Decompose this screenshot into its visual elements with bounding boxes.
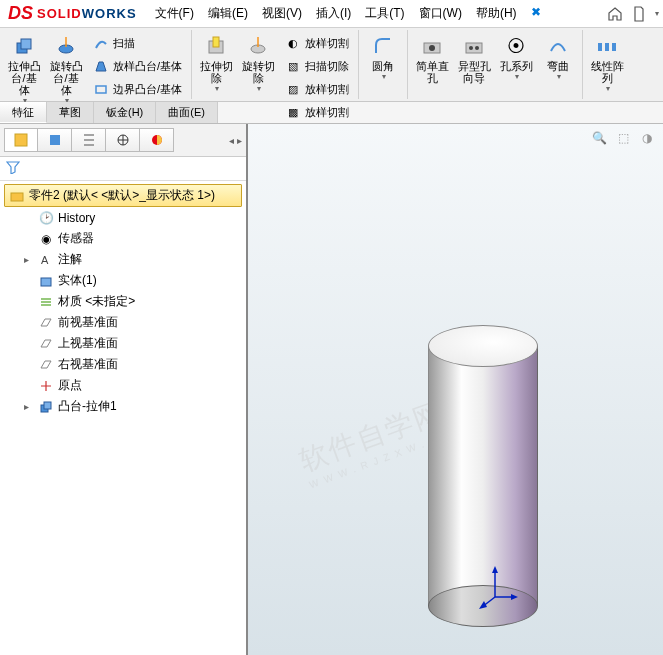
ribbon-cut-small-col: ◐放样切割 ▧扫描切除 ▨放样切割 ▩放样切割: [280, 32, 354, 123]
tree-right-plane[interactable]: 右视基准面: [0, 354, 246, 375]
loft-cut2-button[interactable]: ▨放样切割: [280, 78, 354, 100]
svg-rect-5: [213, 37, 219, 47]
tree-front-plane[interactable]: 前视基准面: [0, 312, 246, 333]
pm-tab-arrows[interactable]: ◂ ▸: [229, 128, 242, 152]
zoom-fit-icon[interactable]: 🔍: [589, 128, 609, 148]
tab-features[interactable]: 特征: [0, 102, 47, 123]
ribbon: 拉伸凸台/基体▾ 旋转凸台/基体▾ 扫描 放样凸台/基体 边界凸台/基体 拉伸切…: [0, 28, 663, 102]
annotation-icon: A: [38, 252, 54, 268]
tab-sheetmetal[interactable]: 钣金(H): [94, 102, 156, 123]
linear-pattern-button[interactable]: 线性阵列▾: [587, 32, 627, 95]
ribbon-group-pattern: 线性阵列▾: [583, 30, 631, 99]
menu-insert[interactable]: 插入(I): [310, 1, 357, 26]
sweep-cut-button[interactable]: ◐放样切割: [280, 32, 354, 54]
plane-icon: [38, 336, 54, 352]
revolve-boss-button[interactable]: 旋转凸台/基体▾: [46, 32, 86, 107]
tree-filter[interactable]: [0, 157, 246, 181]
menu-bar: 文件(F) 编辑(E) 视图(V) 插入(I) 工具(T) 窗口(W) 帮助(H…: [149, 1, 547, 26]
sweep-button[interactable]: 扫描: [88, 32, 187, 54]
hole-series-icon: ⦿: [504, 34, 528, 58]
menu-pin-icon[interactable]: ✖: [525, 1, 547, 26]
material-icon: [38, 294, 54, 310]
ribbon-group-cut: 拉伸切除▾ 旋转切除▾ ◐放样切割 ▧扫描切除 ▨放样切割 ▩放样切割: [192, 30, 359, 99]
tree-annotations[interactable]: ▸A注解: [0, 249, 246, 270]
svg-rect-15: [15, 134, 27, 146]
history-icon: 🕑: [38, 210, 54, 226]
pm-tab-dimxpert[interactable]: [106, 128, 140, 152]
tree-origin[interactable]: 原点: [0, 375, 246, 396]
tree-sensors[interactable]: ◉传感器: [0, 228, 246, 249]
extrude-boss-button[interactable]: 拉伸凸台/基体▾: [4, 32, 44, 107]
svg-rect-13: [605, 43, 609, 51]
svg-point-10: [469, 46, 473, 50]
svg-rect-1: [21, 39, 31, 49]
pm-tab-feature-tree[interactable]: [4, 128, 38, 152]
loft-cut3-button[interactable]: ▩放样切割: [280, 101, 354, 123]
svg-rect-20: [11, 193, 23, 201]
menu-edit[interactable]: 编辑(E): [202, 1, 254, 26]
simple-hole-button[interactable]: 简单直孔: [412, 32, 452, 86]
menu-help[interactable]: 帮助(H): [470, 1, 523, 26]
home-icon[interactable]: [606, 5, 624, 23]
hole-series-button[interactable]: ⦿ 孔系列▾: [496, 32, 536, 83]
simple-hole-icon: [420, 34, 444, 58]
hole-wizard-button[interactable]: 异型孔向导: [454, 32, 494, 86]
menu-view[interactable]: 视图(V): [256, 1, 308, 26]
loft-icon: [93, 58, 109, 74]
plane-icon: [38, 357, 54, 373]
loft-cut2-icon: ▨: [285, 81, 301, 97]
pm-tab-config[interactable]: [72, 128, 106, 152]
tree-history[interactable]: 🕑History: [0, 208, 246, 228]
sweep-cut-icon: ◐: [285, 35, 301, 51]
fillet-icon: [371, 34, 395, 58]
model-cylinder[interactable]: [428, 304, 538, 648]
view-orientation-icon[interactable]: ◑: [637, 128, 657, 148]
revolve-boss-icon: [54, 34, 78, 58]
linear-pattern-icon: [595, 34, 619, 58]
revolve-cut-button[interactable]: 旋转切除▾: [238, 32, 278, 95]
cylinder-body: [428, 346, 538, 606]
pm-tab-display[interactable]: [140, 128, 174, 152]
svg-rect-22: [41, 278, 51, 286]
fillet-button[interactable]: 圆角▾: [363, 32, 403, 83]
tree-material[interactable]: 材质 <未指定>: [0, 291, 246, 312]
graphics-viewport[interactable]: 🔍 ⬚ ◑ 软件自学网 WWW.RJZXW.COM: [248, 124, 663, 655]
app-title: SOLIDWORKS: [37, 6, 137, 21]
solidworks-logo-icon: DS: [8, 3, 33, 24]
svg-rect-9: [466, 43, 482, 53]
tree-top-plane[interactable]: 上视基准面: [0, 333, 246, 354]
solid-icon: [38, 273, 54, 289]
extrude-cut-icon: [204, 34, 228, 58]
curve-button[interactable]: 弯曲▾: [538, 32, 578, 83]
svg-rect-3: [96, 86, 106, 93]
property-manager-tabs: ◂ ▸: [0, 124, 246, 157]
tree-solid-bodies[interactable]: 实体(1): [0, 270, 246, 291]
loft-cut3-icon: ▩: [285, 104, 301, 120]
svg-rect-16: [50, 135, 60, 145]
revolve-cut-icon: [246, 34, 270, 58]
loft-button[interactable]: 放样凸台/基体: [88, 55, 187, 77]
tab-surface[interactable]: 曲面(E): [156, 102, 218, 123]
plane-icon: [38, 315, 54, 331]
origin-icon: [38, 378, 54, 394]
tab-sketch[interactable]: 草图: [47, 102, 94, 123]
extrude-boss-icon: [12, 34, 36, 58]
chevron-down-icon[interactable]: ▾: [655, 9, 659, 18]
viewport-toolbar: 🔍 ⬚ ◑: [589, 128, 657, 148]
zoom-area-icon[interactable]: ⬚: [613, 128, 633, 148]
menu-window[interactable]: 窗口(W): [413, 1, 468, 26]
svg-rect-12: [598, 43, 602, 51]
menu-tools[interactable]: 工具(T): [359, 1, 410, 26]
loft-cut-button[interactable]: ▧扫描切除: [280, 55, 354, 77]
main-area: ◂ ▸ 零件2 (默认< <默认>_显示状态 1>) 🕑History ◉传感器…: [0, 124, 663, 655]
tree-root-part[interactable]: 零件2 (默认< <默认>_显示状态 1>): [4, 184, 242, 207]
ribbon-group-hole: 简单直孔 异型孔向导 ⦿ 孔系列▾ 弯曲▾: [408, 30, 583, 99]
ribbon-boss-small-col: 扫描 放样凸台/基体 边界凸台/基体: [88, 32, 187, 100]
document-icon[interactable]: [630, 5, 648, 23]
pm-tab-property[interactable]: [38, 128, 72, 152]
svg-rect-14: [612, 43, 616, 51]
menu-file[interactable]: 文件(F): [149, 1, 200, 26]
extrude-cut-button[interactable]: 拉伸切除▾: [196, 32, 236, 95]
tree-boss-extrude1[interactable]: ▸凸台-拉伸1: [0, 396, 246, 417]
boundary-button[interactable]: 边界凸台/基体: [88, 78, 187, 100]
